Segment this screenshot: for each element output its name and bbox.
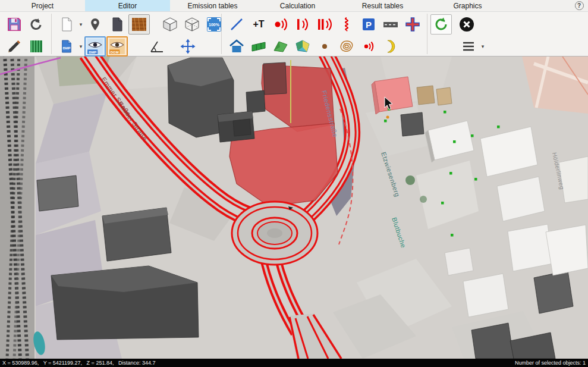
bmp-file-button[interactable]: BMP <box>56 36 77 57</box>
refresh-icon <box>433 17 449 32</box>
undo-button[interactable] <box>26 14 47 34</box>
cancel-button[interactable] <box>456 14 477 34</box>
help-button[interactable]: ? <box>570 0 588 11</box>
toolbar-group-draw-objects: +T P <box>226 14 423 34</box>
toolbar-group-calibration <box>4 36 47 57</box>
junction-tool-button[interactable] <box>402 14 423 34</box>
text-tool-button[interactable]: +T <box>248 14 269 34</box>
curved-barrier-button[interactable] <box>380 36 401 57</box>
refresh-button[interactable] <box>430 14 452 34</box>
tab-editor[interactable]: Editor <box>85 0 170 11</box>
road-tool-button[interactable] <box>380 14 401 34</box>
svg-text:P: P <box>366 20 372 30</box>
toolbar-group-actions <box>430 14 477 34</box>
roundabout[interactable] <box>232 202 317 265</box>
location-pin-icon <box>89 17 102 32</box>
map-viewport[interactable]: Emmer Straße Emmer Straße Friedensstraße… <box>0 57 588 359</box>
toolbar-group-file <box>4 14 47 34</box>
selection-count: Number of selected objects: 1 <box>515 360 586 366</box>
point-source-button[interactable] <box>270 14 291 34</box>
menubar-spacer <box>510 0 570 11</box>
angle-tool-icon <box>149 39 165 54</box>
map-section-button[interactable] <box>292 36 313 57</box>
parking-icon: P <box>361 17 376 32</box>
tab-graphics[interactable]: Graphics <box>425 0 510 11</box>
toolbar-group-documents: ▾ <box>56 14 150 34</box>
toolbar-group-measure <box>146 36 199 57</box>
small-source-icon <box>361 39 376 54</box>
zoom-100-button[interactable]: 100% <box>203 14 225 34</box>
bmp-layer-toggle[interactable]: BMP <box>84 36 106 57</box>
document-icon <box>60 17 73 32</box>
point-source-icon <box>273 17 288 32</box>
help-icon: ? <box>575 1 584 10</box>
solid-3d-button[interactable] <box>159 14 181 34</box>
small-source-button[interactable] <box>358 36 379 57</box>
green-area-button[interactable] <box>270 36 291 57</box>
area-source-icon <box>317 17 332 32</box>
tab-result-tables[interactable]: Result tables <box>340 0 425 11</box>
single-point-button[interactable] <box>314 36 335 57</box>
building-tool-icon <box>229 39 244 54</box>
bmp-file-icon: BMP <box>60 39 73 54</box>
tab-emission-tables[interactable]: Emission tables <box>170 0 255 11</box>
new-document-button[interactable] <box>56 14 77 34</box>
list-menu-icon <box>461 40 476 52</box>
spring-source-icon <box>341 17 353 32</box>
dark-document-button[interactable] <box>106 14 128 34</box>
junction-icon <box>405 17 420 32</box>
green-area-icon <box>273 39 288 54</box>
spring-source-button[interactable] <box>336 14 357 34</box>
toolbar-group-3d-view: 100% <box>159 14 225 34</box>
svg-text:100%: 100% <box>209 23 220 27</box>
toolbar-separator <box>51 14 52 54</box>
single-point-icon <box>319 40 331 52</box>
bmp-layer-eye-icon: BMP <box>87 38 103 55</box>
line-source-icon <box>295 17 310 32</box>
location-pin-button[interactable] <box>84 14 106 34</box>
wireframe-3d-button[interactable] <box>181 14 203 34</box>
tab-project[interactable]: Project <box>0 0 85 11</box>
dgm-layer-toggle[interactable]: DGM <box>106 36 128 57</box>
angle-tool-button[interactable] <box>146 36 168 57</box>
map-canvas[interactable]: Emmer Straße Emmer Straße Friedensstraße… <box>0 57 588 359</box>
toolbar-separator <box>427 14 427 54</box>
status-bar: X = 530989.96, Y = 5421199.27, Z = 251.8… <box>0 359 588 367</box>
ribbon-tab-bar: Project Editor Emission tables Calculati… <box>0 0 588 12</box>
contour-lines-button[interactable] <box>336 36 357 57</box>
line-tool-button[interactable] <box>226 14 247 34</box>
line-source-button[interactable] <box>292 14 313 34</box>
application-window: Project Editor Emission tables Calculati… <box>0 0 588 367</box>
block-3d-icon <box>162 17 178 32</box>
floppy-disk-icon <box>7 17 22 32</box>
list-menu-button[interactable] <box>458 36 479 57</box>
text-tool-icon: +T <box>253 19 264 30</box>
save-button[interactable] <box>4 14 25 34</box>
dropdown-caret-icon[interactable]: ▾ <box>78 21 84 27</box>
building-tool-button[interactable] <box>226 36 247 57</box>
move-crosshair-button[interactable] <box>177 36 199 57</box>
move-crosshair-icon <box>180 39 196 54</box>
parking-lot-button[interactable]: P <box>358 14 379 34</box>
calibration-pen-button[interactable] <box>4 36 25 57</box>
green-log-icon <box>29 39 43 54</box>
dropdown-caret-icon[interactable]: ▾ <box>480 43 486 49</box>
road-segment-icon <box>383 17 398 32</box>
calibration-pen-icon <box>7 39 21 54</box>
contour-lines-icon <box>339 39 354 54</box>
noise-barrier-button[interactable] <box>248 36 269 57</box>
cancel-icon <box>458 16 475 33</box>
dark-document-icon <box>111 17 124 32</box>
undo-arrow-icon <box>29 17 43 32</box>
zoom-100-icon: 100% <box>206 17 222 32</box>
line-tool-icon <box>229 17 244 32</box>
dropdown-caret-icon[interactable]: ▾ <box>78 43 84 49</box>
noise-barrier-icon <box>251 39 266 54</box>
terrain-texture-button[interactable] <box>128 14 150 34</box>
source-point-orange[interactable] <box>386 116 389 119</box>
area-source-button[interactable] <box>314 14 335 34</box>
green-log-button[interactable] <box>26 36 47 57</box>
tab-calculation[interactable]: Calculation <box>255 0 340 11</box>
cursor-coordinates: X = 530989.96, Y = 5421199.27, Z = 251.8… <box>2 360 155 366</box>
curved-barrier-icon <box>383 39 398 54</box>
